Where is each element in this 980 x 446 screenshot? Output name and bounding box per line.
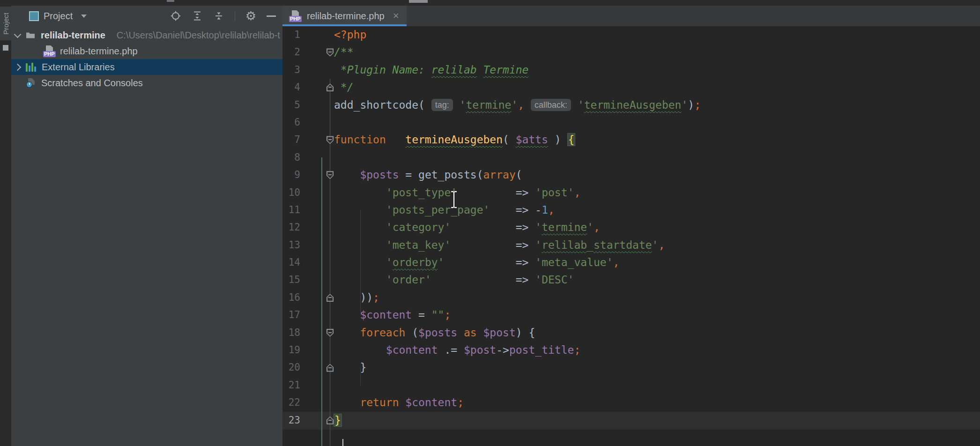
tree-row-external-libraries[interactable]: External Libraries	[11, 59, 282, 75]
code-line-19[interactable]: $content .= $post->post_title;	[334, 342, 701, 359]
chevron-right-icon[interactable]	[14, 63, 22, 71]
fold-marker-line-7[interactable]	[327, 136, 334, 144]
code-token: $post	[483, 327, 516, 339]
project-stripe-button[interactable]: Project	[0, 7, 11, 40]
code-token: =>	[516, 204, 535, 216]
code-line-20[interactable]: }	[334, 359, 701, 376]
code-line-13[interactable]: 'meta_key' => 'relilab_startdate',	[334, 237, 701, 254]
code-token: '	[511, 99, 518, 111]
code-token: =>	[516, 186, 535, 199]
project-view-selector[interactable]: Project	[29, 11, 87, 22]
code-token: )	[688, 99, 694, 111]
fold-marker-line-23[interactable]	[327, 416, 334, 424]
project-view-label: Project	[44, 11, 73, 22]
code-token: $posts	[360, 169, 399, 181]
chevron-down-icon[interactable]	[14, 30, 22, 38]
chevron-down-icon	[81, 15, 87, 18]
line-number-6: 6	[282, 114, 300, 131]
code-token: $content	[386, 344, 438, 356]
libraries-icon	[26, 62, 36, 72]
code-token	[334, 204, 386, 216]
code-editor[interactable]: 1234567891011121314151617181920212223 <?…	[282, 26, 980, 446]
code-token	[334, 274, 386, 286]
code-token	[431, 274, 516, 286]
code-token	[571, 99, 578, 111]
code-token: 'post'	[535, 186, 574, 199]
code-line-7[interactable]: function termineAusgeben( $atts ) {	[334, 131, 701, 149]
code-token: relilab	[542, 239, 587, 251]
fold-marker-line-16[interactable]	[327, 294, 334, 302]
expand-all-button[interactable]	[192, 10, 203, 22]
project-root-name: relilab-termine	[41, 30, 105, 41]
title-strip	[0, 0, 980, 6]
code-token: '	[681, 99, 688, 111]
external-libraries-label: External Libraries	[42, 62, 115, 73]
toolbar-divider	[235, 11, 235, 21]
code-line-3[interactable]: *Plugin Name: relilab Termine	[334, 61, 701, 79]
code-line-10[interactable]: 'post_type' => 'post',	[334, 184, 701, 201]
code-line-4[interactable]: */	[334, 79, 701, 96]
fold-marker-line-9[interactable]	[327, 171, 334, 179]
code-token: 'category'	[386, 221, 451, 233]
code-line-12[interactable]: 'category' => 'termine',	[334, 219, 701, 236]
fold-marker-line-4[interactable]	[327, 83, 334, 91]
fold-marker-line-18[interactable]	[327, 329, 334, 337]
fold-marker-line-20[interactable]	[327, 364, 334, 372]
code-token: $post	[464, 344, 496, 356]
code-token: '	[587, 221, 594, 233]
expand-all-icon	[192, 10, 203, 22]
close-icon[interactable]: ×	[393, 11, 399, 21]
project-view-icon	[29, 11, 39, 21]
code-line-1[interactable]: <?php	[334, 26, 701, 44]
line-number-7: 7	[282, 131, 300, 149]
collapse-all-icon	[213, 10, 224, 22]
code-line-18[interactable]: foreach ($posts as $post) {	[334, 324, 701, 342]
code-line-9[interactable]: $posts = get_posts(array(	[334, 166, 701, 184]
code-token	[334, 256, 386, 268]
tab-relilab-termine[interactable]: PHP relilab-termine.php ×	[282, 6, 407, 26]
code-token: '	[652, 239, 659, 251]
php-file-icon: PHP	[43, 45, 56, 57]
collapse-all-button[interactable]	[213, 10, 224, 22]
code-token: =>	[516, 221, 535, 233]
code-token	[399, 396, 405, 409]
code-line-15[interactable]: 'order' => 'DESC'	[334, 271, 701, 289]
code-token	[453, 99, 460, 111]
hide-panel-button[interactable]	[267, 15, 276, 17]
text-caret	[342, 439, 343, 446]
code-token: orderby	[393, 256, 438, 268]
code-token: ,	[574, 186, 580, 199]
code-token: =	[412, 309, 431, 321]
code-token: function	[334, 134, 386, 146]
tree-row-scratches[interactable]: Scratches and Consoles	[11, 75, 282, 91]
code-token: (	[503, 134, 516, 146]
code-token: 'posts_per_page'	[386, 204, 490, 216]
code-line-17[interactable]: $content = "";	[334, 306, 701, 324]
settings-gear-icon[interactable]: ⚙	[245, 10, 256, 22]
code-area[interactable]: <?php/** *Plugin Name: relilab Termine *…	[334, 26, 701, 429]
code-line-16[interactable]: ));	[334, 289, 701, 306]
code-line-21[interactable]	[334, 377, 701, 394]
code-token: 1	[542, 204, 548, 216]
code-line-2[interactable]: /**	[334, 44, 701, 61]
code-line-22[interactable]: return $content;	[334, 394, 701, 411]
code-line-23[interactable]: }	[334, 412, 701, 429]
code-token: 'DESC'	[535, 274, 574, 286]
tab-title: relilab-termine.php	[307, 11, 385, 22]
code-token	[444, 256, 515, 268]
tree-row-project-root[interactable]: relilab-termine C:\Users\Daniel\Desktop\…	[11, 27, 282, 43]
project-root-path: C:\Users\Daniel\Desktop\relilab\relilab-…	[117, 30, 280, 41]
code-line-8[interactable]	[334, 149, 701, 166]
line-number-17: 17	[282, 306, 300, 324]
locate-file-button[interactable]	[170, 10, 181, 22]
fold-guide-line	[330, 79, 330, 446]
code-token: '	[535, 221, 542, 233]
code-line-11[interactable]: 'posts_per_page' => -1,	[334, 201, 701, 219]
line-number-12: 12	[282, 219, 300, 236]
fold-marker-line-2[interactable]	[327, 48, 334, 56]
tree-row-php-file[interactable]: PHP relilab-termine.php	[11, 43, 282, 59]
code-line-6[interactable]	[334, 114, 701, 131]
code-line-14[interactable]: 'orderby' => 'meta_value',	[334, 254, 701, 271]
code-line-5[interactable]: add_shortcode( tag: 'termine', callback:…	[334, 97, 701, 114]
line-number-1: 1	[282, 26, 300, 44]
